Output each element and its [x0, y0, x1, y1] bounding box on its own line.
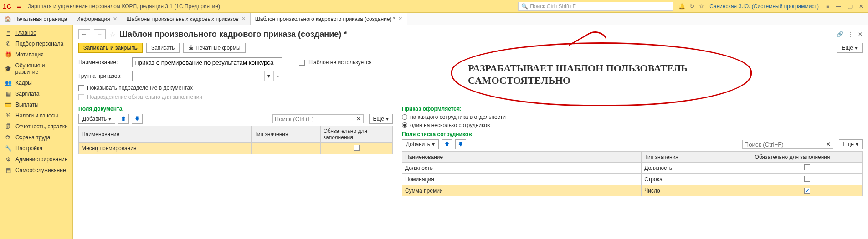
minimize-icon[interactable]: —	[834, 3, 843, 10]
emp-move-down-button[interactable]: 🡇	[455, 139, 466, 149]
sidebar-item-hr[interactable]: 👥Кадры	[0, 77, 72, 88]
emp-more-button[interactable]: Еще ▾	[839, 139, 863, 149]
link-icon[interactable]: 🔗	[837, 31, 843, 37]
table-row[interactable]: Сумма премии Число	[402, 185, 863, 196]
sidebar-item-motivation[interactable]: 🎁Мотивация	[0, 49, 72, 60]
doc-add-button[interactable]: Добавить ▾	[78, 114, 115, 124]
calendar-icon: ▦	[5, 91, 12, 97]
restore-icon[interactable]: ▢	[846, 3, 854, 10]
doc-fields-heading: Поля документа	[78, 106, 393, 112]
emp-move-up-button[interactable]: 🡅	[442, 139, 452, 149]
scope-each-radio[interactable]	[402, 114, 407, 120]
list-icon: ▤	[5, 167, 12, 173]
group-dropdown-button[interactable]: ▾	[264, 71, 273, 81]
table-row[interactable]: Должность Должность	[402, 163, 863, 174]
percent-icon: %	[5, 112, 12, 119]
sidebar-item-safety[interactable]: ⛑Охрана труда	[0, 132, 72, 143]
print-forms-button[interactable]: 🖶Печатные формы	[183, 43, 245, 53]
window-layout-icon[interactable]: ≡	[824, 3, 831, 10]
tab-close-icon[interactable]: ✕	[113, 16, 117, 22]
col-name[interactable]: Наименование	[402, 152, 642, 163]
close-icon[interactable]: ✕	[857, 3, 865, 10]
bell-icon[interactable]: 🔔	[678, 3, 685, 10]
main-menu-icon[interactable]: ≡	[14, 2, 23, 10]
scope-each-label: на каждого сотрудника в отдельности	[410, 114, 506, 120]
wrench-icon: 🔧	[5, 145, 12, 152]
col-type[interactable]: Тип значения	[642, 152, 752, 163]
nav-forward-button[interactable]: →	[94, 29, 106, 39]
sidebar-item-main[interactable]: ≡Главное	[0, 27, 72, 38]
sidebar-item-training[interactable]: 🎓Обучение и развитие	[0, 60, 72, 77]
history-icon[interactable]: ↻	[690, 3, 694, 10]
title-bar: 1С ≡ Зарплата и управление персоналом КО…	[0, 0, 868, 13]
sidebar-item-admin[interactable]: ⚙Администрирование	[0, 154, 72, 165]
sidebar-item-taxes[interactable]: %Налоги и взносы	[0, 110, 72, 121]
sidebar-item-reports[interactable]: 🗐Отчетность, справки	[0, 121, 72, 132]
save-button[interactable]: Записать	[146, 43, 180, 53]
scope-multi-label: один на несколько сотрудников	[410, 122, 490, 128]
doc-search-input[interactable]	[272, 114, 354, 123]
req-checkbox[interactable]	[804, 188, 810, 194]
req-checkbox[interactable]	[354, 145, 360, 151]
tab-template-create[interactable]: Шаблон произвольного кадрового приказа (…	[251, 13, 407, 25]
tab-bar: 🏠 Начальная страница Информация ✕ Шаблон…	[0, 13, 868, 25]
app-title: Зарплата и управление персоналом КОРП, р…	[28, 3, 220, 10]
group-label: Группа приказов:	[78, 73, 128, 79]
emp-fields-table: Наименование Тип значения Обязательно дл…	[402, 151, 863, 196]
show-dept-checkbox[interactable]	[78, 85, 84, 91]
user-name[interactable]: Савинская З.Ю. (Системный программист)	[709, 3, 819, 10]
emp-search-clear[interactable]: ✕	[824, 140, 833, 149]
not-used-checkbox[interactable]	[299, 60, 305, 66]
doc-more-button[interactable]: Еще ▾	[369, 114, 393, 124]
chevron-down-icon: ▾	[432, 141, 435, 147]
favorite-icon[interactable]: ☆	[109, 30, 116, 39]
group-input[interactable]	[132, 71, 264, 81]
dept-required-checkbox	[78, 94, 84, 100]
group-open-button[interactable]: ▫	[273, 71, 282, 81]
name-input[interactable]	[132, 57, 282, 67]
emp-add-button[interactable]: Добавить ▾	[402, 139, 439, 149]
scope-multi-radio[interactable]	[402, 122, 407, 128]
req-checkbox[interactable]	[804, 176, 810, 182]
table-row[interactable]: Номинация Строка	[402, 174, 863, 185]
search-icon: 🔍	[521, 3, 528, 10]
dept-required-label: Подразделение обязательно для заполнения	[87, 94, 202, 100]
tab-home[interactable]: 🏠 Начальная страница	[0, 13, 72, 25]
nav-back-button[interactable]: ←	[78, 29, 90, 39]
not-used-label: Шаблон не используется	[308, 59, 372, 66]
req-checkbox[interactable]	[804, 164, 810, 170]
doc-move-down-button[interactable]: 🡇	[132, 114, 143, 124]
tab-close-icon[interactable]: ✕	[398, 16, 402, 22]
col-req[interactable]: Обязательно для заполнения	[320, 126, 392, 143]
sidebar-item-salary[interactable]: ▦Зарплата	[0, 88, 72, 99]
doc-fields-table: Наименование Тип значения Обязательно дл…	[78, 126, 393, 154]
save-close-button[interactable]: Записать и закрыть	[78, 43, 143, 53]
more-button[interactable]: Еще ▾	[837, 43, 863, 53]
section-panel: ≡Главное ✆Подбор персонала 🎁Мотивация 🎓О…	[0, 25, 73, 239]
star-icon[interactable]: ☆	[699, 3, 704, 10]
kebab-icon[interactable]: ⋮	[848, 31, 853, 37]
col-type[interactable]: Тип значения	[251, 126, 320, 143]
card-icon: 💳	[5, 102, 12, 108]
sidebar-item-selfservice[interactable]: ▤Самообслуживание	[0, 165, 72, 176]
emp-search-input[interactable]	[742, 140, 824, 149]
print-icon: 🖶	[188, 45, 194, 51]
tab-info[interactable]: Информация ✕	[72, 13, 122, 25]
chevron-down-icon: ▾	[855, 45, 858, 51]
sidebar-item-settings[interactable]: 🔧Настройка	[0, 143, 72, 154]
sidebar-item-recruit[interactable]: ✆Подбор персонала	[0, 38, 72, 49]
chevron-down-icon: ▾	[108, 116, 111, 122]
doc-search-clear[interactable]: ✕	[354, 114, 364, 123]
col-req[interactable]: Обязательно для заполнения	[752, 152, 862, 163]
doc-move-up-button[interactable]: 🡅	[118, 114, 129, 124]
phone-icon: ✆	[5, 41, 12, 47]
cap-icon: 🎓	[5, 66, 12, 72]
tab-templates[interactable]: Шаблоны произвольных кадровых приказов ✕	[122, 13, 251, 25]
table-row[interactable]: Месяц премирования	[79, 143, 393, 154]
col-name[interactable]: Наименование	[79, 126, 252, 143]
form-close-icon[interactable]: ✕	[858, 31, 863, 37]
global-search[interactable]: 🔍 Поиск Ctrl+Shift+F	[518, 2, 673, 11]
tab-close-icon[interactable]: ✕	[241, 16, 246, 22]
home-icon: 🏠	[5, 16, 11, 22]
sidebar-item-payouts[interactable]: 💳Выплаты	[0, 99, 72, 110]
